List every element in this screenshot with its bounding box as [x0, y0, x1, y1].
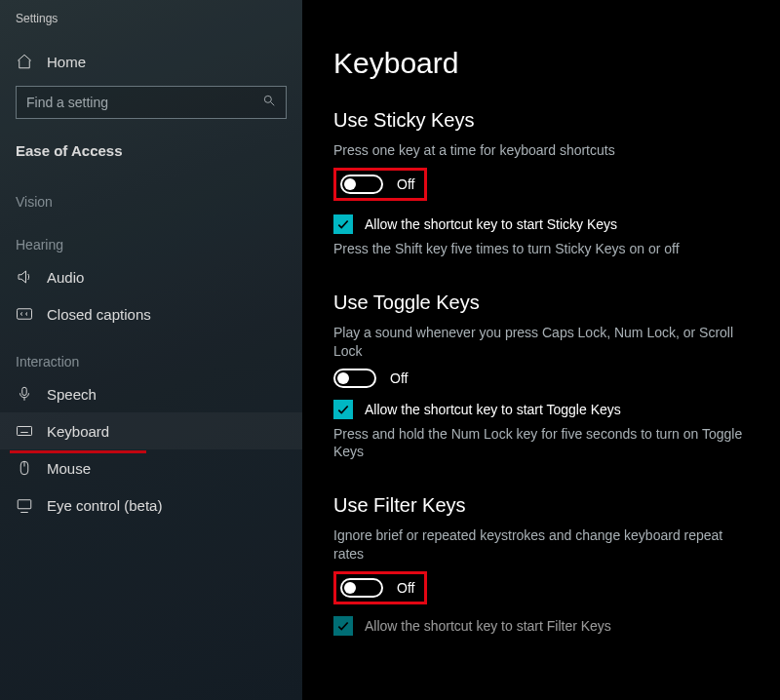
toggle-heading: Use Toggle Keys [333, 292, 751, 314]
sidebar-item-keyboard[interactable]: Keyboard [0, 412, 302, 449]
togglekeys-shortcut-desc: Press and hold the Num Lock key for five… [333, 425, 751, 462]
sticky-shortcut-label: Allow the shortcut key to start Sticky K… [365, 216, 617, 232]
group-hearing: Hearing [0, 215, 302, 258]
sticky-shortcut-desc: Press the Shift key five times to turn S… [333, 240, 751, 258]
search-icon [262, 94, 276, 111]
togglekeys-shortcut-checkbox[interactable] [333, 400, 353, 419]
svg-rect-3 [22, 387, 27, 395]
search-input[interactable] [26, 95, 262, 110]
annotation-box-sticky: Off [333, 168, 427, 201]
cc-icon [16, 305, 33, 323]
nav-home-label: Home [47, 54, 86, 70]
sidebar-item-label: Speech [47, 386, 97, 403]
filter-toggle-state: Off [397, 580, 414, 596]
sidebar-item-label: Closed captions [47, 306, 151, 323]
sticky-shortcut-checkbox[interactable] [333, 214, 353, 234]
search-input-wrap[interactable] [16, 86, 287, 119]
filter-heading: Use Filter Keys [333, 494, 751, 517]
svg-point-0 [264, 96, 271, 102]
speaker-icon [16, 268, 33, 286]
annotation-underline [10, 450, 146, 453]
keyboard-icon [16, 422, 33, 440]
filter-shortcut-checkbox[interactable] [333, 616, 353, 636]
togglekeys-shortcut-label: Allow the shortcut key to start Toggle K… [365, 402, 621, 417]
sidebar-item-audio[interactable]: Audio [0, 258, 302, 295]
home-icon [16, 53, 33, 70]
svg-line-1 [271, 102, 275, 106]
microphone-icon [16, 385, 33, 403]
sticky-toggle-state: Off [397, 176, 414, 192]
group-vision[interactable]: Vision [0, 173, 302, 215]
annotation-box-filter: Off [333, 571, 427, 604]
svg-rect-12 [18, 500, 31, 509]
filter-desc: Ignore brief or repeated keystrokes and … [333, 526, 751, 564]
sticky-toggle[interactable] [340, 175, 383, 194]
page-title: Keyboard [333, 47, 751, 80]
filter-shortcut-label: Allow the shortcut key to start Filter K… [365, 618, 611, 634]
nav-home[interactable]: Home [0, 43, 302, 80]
togglekeys-toggle[interactable] [333, 369, 376, 388]
eye-control-icon [16, 496, 33, 514]
sidebar-item-mouse[interactable]: Mouse [0, 449, 302, 486]
mouse-icon [16, 459, 33, 477]
svg-rect-2 [18, 309, 32, 320]
category-title: Ease of Access [0, 135, 302, 173]
sidebar-item-eye-control[interactable]: Eye control (beta) [0, 486, 302, 524]
toggle-desc: Play a sound whenever you press Caps Loc… [333, 324, 751, 361]
main-panel: Keyboard Use Sticky Keys Press one key a… [302, 0, 780, 700]
sticky-heading: Use Sticky Keys [333, 109, 751, 132]
sidebar-item-label: Eye control (beta) [47, 497, 162, 514]
togglekeys-toggle-state: Off [390, 370, 408, 386]
filter-toggle[interactable] [340, 578, 383, 598]
window-title: Settings [0, 12, 302, 43]
sidebar-item-label: Mouse [47, 460, 91, 477]
sidebar-item-label: Keyboard [47, 423, 109, 440]
sidebar-item-speech[interactable]: Speech [0, 375, 302, 412]
sidebar: Settings Home Ease of Access Vision Hear… [0, 0, 302, 700]
sidebar-item-closed-captions[interactable]: Closed captions [0, 295, 302, 332]
sidebar-item-label: Audio [47, 269, 84, 286]
svg-rect-4 [18, 427, 32, 436]
sticky-desc: Press one key at a time for keyboard sho… [333, 141, 751, 160]
group-interaction: Interaction [0, 332, 302, 375]
